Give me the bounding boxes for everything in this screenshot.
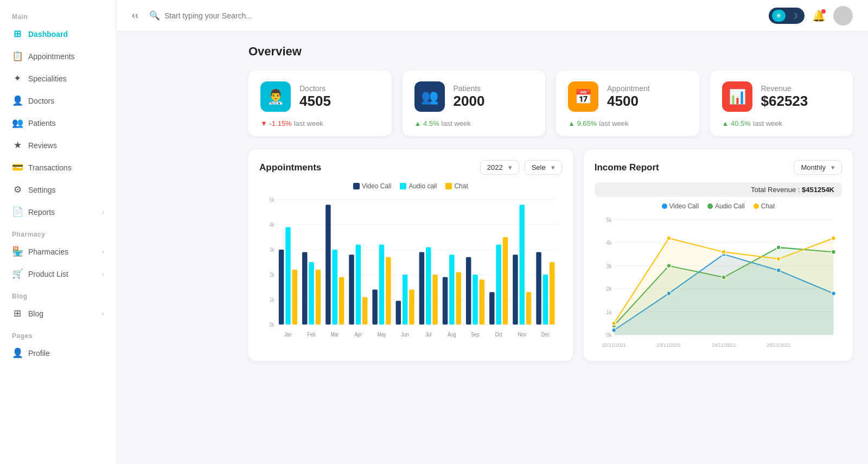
notification-bell[interactable]: 🔔 (812, 9, 826, 22)
svg-rect-16 (302, 252, 307, 325)
svg-rect-44 (466, 257, 471, 325)
sidebar-section-main: Main (0, 5, 116, 23)
svg-text:1k: 1k (270, 297, 275, 303)
avatar[interactable] (833, 6, 853, 26)
patients-change: ▲ 4.5%last week (414, 119, 534, 128)
light-mode-button[interactable]: ☀ (772, 10, 786, 22)
sidebar-item-label-settings: Settings (28, 186, 56, 194)
stat-card-revenue: 📊Revenue$62523▲ 40.5%last week (710, 71, 853, 136)
sidebar-item-label-reviews: Reviews (28, 141, 57, 150)
search-bar[interactable]: 🔍 (149, 10, 762, 21)
sidebar-item-product-list[interactable]: 🛒Product List› (0, 263, 116, 285)
specialities-icon: ✦ (12, 73, 23, 84)
appointment-label: Appointment (607, 84, 650, 93)
income-chart-card: Income Report Monthly ▾ Total Revenue : … (584, 149, 853, 361)
doctors-value: 4505 (299, 93, 331, 110)
svg-rect-30 (386, 257, 391, 325)
svg-text:Nov: Nov (518, 332, 527, 338)
svg-text:0k: 0k (270, 322, 275, 328)
svg-text:25/11/2021: 25/11/2021 (767, 342, 791, 348)
sidebar-item-appointments[interactable]: 📋Appointments (0, 45, 116, 67)
dashboard-icon: ⊞ (12, 28, 23, 40)
year-select[interactable]: 2022 ▾ (480, 160, 519, 175)
sidebar-section-pharmacy: Pharmacy (0, 223, 116, 240)
sidebar-item-transactions[interactable]: 💳Transactions (0, 156, 116, 179)
arrow-icon: › (102, 248, 104, 256)
sidebar: Main⊞Dashboard📋Appointments✦Specialities… (0, 0, 117, 464)
svg-rect-38 (432, 275, 437, 325)
dark-mode-button[interactable]: ☽ (788, 10, 801, 22)
sidebar-item-label-product-list: Product List (28, 270, 68, 278)
filter-select[interactable]: Sele ▾ (525, 160, 562, 175)
revenue-label: Revenue (761, 84, 808, 93)
sidebar-item-label-specialities: Specialities (28, 74, 67, 83)
sidebar-item-reviews[interactable]: ★Reviews (0, 134, 116, 156)
stats-row: 👨‍⚕️Doctors4505▼ -1.15%last week👥Patient… (248, 71, 853, 136)
svg-text:3k: 3k (606, 263, 611, 269)
sidebar-item-label-patients: Patients (28, 119, 56, 128)
svg-rect-40 (443, 277, 448, 325)
svg-rect-14 (292, 270, 297, 325)
svg-rect-48 (489, 292, 494, 325)
legend-item: Audio Call (707, 202, 745, 210)
svg-text:24/11/2021: 24/11/2021 (711, 342, 736, 348)
patients-label: Patients (454, 84, 485, 93)
svg-text:Sep: Sep (471, 332, 479, 338)
svg-text:Oct: Oct (495, 332, 502, 338)
product-list-icon: 🛒 (12, 268, 23, 279)
sidebar-item-dashboard[interactable]: ⊞Dashboard (0, 23, 116, 45)
svg-text:2k: 2k (270, 272, 275, 278)
sidebar-item-patients[interactable]: 👥Patients (0, 112, 116, 134)
appointments-legend: Video CallAudio callChat (259, 182, 562, 190)
sidebar-item-settings[interactable]: ⚙Settings (0, 179, 116, 201)
reports-icon: 📄 (12, 206, 23, 218)
svg-rect-46 (480, 279, 484, 325)
sidebar-item-blog[interactable]: ⊞Blog› (0, 302, 116, 325)
svg-rect-45 (473, 275, 477, 325)
appointments-chart-controls: 2022 ▾ Sele ▾ (480, 160, 562, 175)
doctors-label: Doctors (299, 84, 331, 93)
svg-text:Apr: Apr (355, 332, 362, 338)
total-revenue-badge: Total Revenue : $451254K (595, 182, 842, 197)
svg-rect-17 (309, 262, 314, 325)
sidebar-item-specialities[interactable]: ✦Specialities (0, 67, 116, 90)
sidebar-item-doctors[interactable]: 👤Doctors (0, 90, 116, 112)
sidebar-item-label-doctors: Doctors (28, 97, 54, 105)
svg-text:4k: 4k (270, 222, 275, 228)
svg-rect-58 (550, 262, 554, 325)
svg-text:0k: 0k (606, 332, 611, 338)
svg-rect-41 (449, 255, 454, 325)
period-select[interactable]: Monthly ▾ (794, 160, 842, 175)
appointments-chart-title: Appointments (259, 162, 321, 173)
svg-text:5k: 5k (606, 217, 611, 223)
sidebar-item-pharmacies[interactable]: 🏪Pharmacies› (0, 240, 116, 263)
svg-rect-36 (419, 252, 424, 325)
income-legend: Video CallAudio CallChat (595, 202, 842, 210)
svg-rect-22 (339, 277, 344, 325)
sidebar-item-profile[interactable]: 👤Profile (0, 342, 116, 364)
page-title: Overview (248, 45, 853, 59)
svg-text:23/11/2021: 23/11/2021 (656, 342, 681, 348)
sidebar-item-label-reports: Reports (28, 208, 55, 217)
sidebar-item-reports[interactable]: 📄Reports› (0, 201, 116, 223)
legend-item: Video Call (662, 202, 699, 210)
search-input[interactable] (164, 11, 327, 20)
svg-rect-13 (285, 227, 290, 325)
stat-card-patients: 👥Patients2000▲ 4.5%last week (403, 71, 546, 136)
svg-text:3k: 3k (270, 247, 275, 253)
main-content: Overview 👨‍⚕️Doctors4505▼ -1.15%last wee… (233, 31, 868, 464)
sidebar-item-label-profile: Profile (28, 349, 50, 358)
sidebar-item-label-dashboard: Dashboard (28, 30, 68, 39)
back-button[interactable]: ‹‹ (132, 10, 138, 21)
svg-rect-18 (316, 270, 321, 325)
legend-item: Audio call (400, 182, 437, 190)
transactions-icon: 💳 (12, 162, 23, 173)
revenue-icon: 📊 (722, 81, 752, 112)
revenue-change: ▲ 40.5%last week (722, 119, 841, 128)
appointment-value: 4500 (607, 93, 650, 110)
profile-icon: 👤 (12, 347, 23, 359)
svg-point-86 (667, 236, 671, 240)
theme-toggle[interactable]: ☀ ☽ (769, 8, 805, 24)
sidebar-item-label-transactions: Transactions (28, 163, 72, 172)
svg-rect-50 (503, 237, 508, 325)
